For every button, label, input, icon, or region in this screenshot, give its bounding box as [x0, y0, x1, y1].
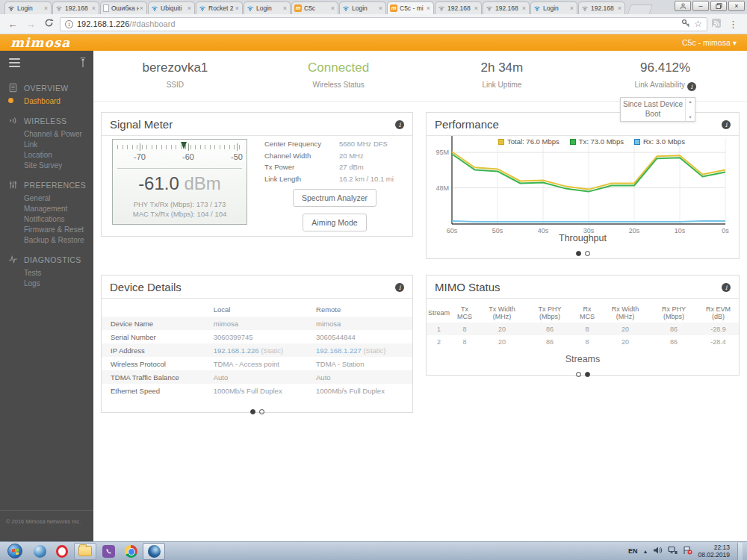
dropdown-scroll-rail[interactable]: ▲ ▼ [685, 98, 695, 121]
tab-close-icon[interactable]: × [43, 4, 49, 12]
password-key-icon[interactable] [681, 17, 690, 31]
dot-inactive[interactable] [576, 372, 581, 377]
streams-label: Streams [427, 354, 739, 364]
tray-expand-icon[interactable]: ▲ [643, 549, 648, 554]
browser-tab[interactable]: Login× [4, 1, 52, 14]
wifi-favicon [486, 4, 493, 12]
profile-button[interactable] [675, 1, 691, 11]
sidebar-item-site-survey[interactable]: Site Survey [0, 160, 93, 170]
taskbar-app-active[interactable] [143, 543, 165, 560]
dot-active[interactable] [585, 372, 590, 377]
close-button[interactable]: × [728, 1, 745, 11]
browser-toolbar: ← → i 192.168.1.226/#dashboard ☆ ⋮ [0, 14, 747, 34]
sidebar-item-channel-power[interactable]: Channel & Power [0, 128, 93, 139]
availability-period-dropdown[interactable]: Since Last Device Boot ▲ ▼ [620, 97, 695, 122]
tab-close-icon[interactable]: × [521, 4, 527, 12]
pagination-dots[interactable] [427, 246, 739, 260]
scroll-up-icon[interactable]: ▲ [688, 99, 692, 104]
info-icon[interactable]: i [395, 120, 404, 129]
browser-tab[interactable]: Rocket 2× [196, 1, 243, 14]
action-center-flag-icon[interactable] [683, 544, 692, 558]
sidebar-item-general[interactable]: General [0, 193, 93, 203]
sidebar-item-tests[interactable]: Tests [0, 267, 93, 278]
nav-section-wireless[interactable]: WIRELESS [0, 113, 93, 128]
tab-close-icon[interactable]: × [139, 4, 144, 12]
hamburger-menu-icon[interactable] [9, 58, 20, 69]
nav-section-diagnostics[interactable]: DIAGNOSTICS [0, 252, 93, 267]
dot-inactive[interactable] [259, 409, 264, 414]
language-indicator[interactable]: EN [628, 547, 638, 555]
browser-tab[interactable]: 192.168× [578, 1, 625, 14]
tab-close-icon[interactable]: × [617, 4, 622, 12]
aiming-mode-button[interactable]: Aiming Mode [303, 214, 366, 231]
throughput-chart: 95M48M60s50s40s30s20s10s0s [430, 135, 731, 239]
taskbar-app-browser-sphere[interactable] [28, 543, 51, 560]
sidebar-item-dashboard[interactable]: Dashboard [0, 96, 93, 106]
spectrum-analyzer-button[interactable]: Spectrum Analyzer [293, 189, 376, 207]
browser-tab[interactable]: Login× [339, 1, 386, 14]
page-info-icon[interactable]: i [65, 20, 73, 28]
browser-tab[interactable]: Login× [244, 1, 291, 14]
browser-tab[interactable]: 192.168× [483, 1, 530, 14]
scroll-down-icon[interactable]: ▼ [688, 115, 692, 119]
taskbar-app-chrome[interactable] [120, 543, 142, 560]
tab-close-icon[interactable]: × [426, 4, 431, 12]
bookmark-star-icon[interactable]: ☆ [694, 19, 702, 29]
browser-tab[interactable]: 192.168× [52, 1, 99, 14]
sidebar-item-location[interactable]: Location [0, 149, 93, 160]
gauge-needle [181, 142, 187, 149]
taskbar-app-opera[interactable] [51, 543, 73, 560]
tab-close-icon[interactable]: × [187, 4, 192, 12]
address-bar[interactable]: i 192.168.1.226/#dashboard ☆ [60, 17, 707, 31]
info-icon[interactable]: i [722, 283, 731, 292]
tab-close-icon[interactable]: × [569, 4, 574, 12]
info-icon[interactable]: i [722, 120, 731, 129]
sidebar-item-link[interactable]: Link [0, 139, 93, 149]
minimize-button[interactable]: – [692, 1, 709, 11]
dot-inactive[interactable] [585, 251, 590, 256]
browser-tab[interactable]: Login× [530, 1, 577, 14]
back-button[interactable]: ← [6, 19, 19, 30]
start-button[interactable] [7, 544, 22, 559]
dot-active[interactable] [250, 409, 255, 414]
browser-menu-icon[interactable]: ⋮ [725, 19, 741, 30]
info-icon[interactable]: i [395, 283, 404, 292]
nav-section-preferences[interactable]: PREFERENCES [0, 177, 93, 193]
tab-close-icon[interactable]: × [91, 4, 96, 12]
restore-button[interactable] [710, 1, 727, 11]
pagination-dots[interactable] [102, 405, 412, 418]
tab-close-icon[interactable]: × [474, 4, 479, 12]
info-icon[interactable]: i [687, 82, 696, 91]
new-tab-button[interactable] [627, 4, 654, 14]
forward-button[interactable]: → [24, 19, 37, 30]
url-text[interactable]: 192.168.1.226/#dashboard [77, 19, 678, 28]
sidebar-item-firmware-reset[interactable]: Firmware & Reset [0, 224, 93, 234]
volume-icon[interactable] [653, 544, 663, 558]
refresh-button[interactable] [42, 18, 55, 30]
browser-tab[interactable]: Ошибка нар× [100, 1, 147, 14]
taskbar-app-explorer[interactable] [74, 543, 96, 560]
sidebar-item-management[interactable]: Management [0, 203, 93, 214]
sidebar-item-backup-restore[interactable]: Backup & Restore [0, 234, 93, 245]
tab-close-icon[interactable]: × [235, 4, 240, 12]
browser-tab[interactable]: mC5c - mi× [387, 1, 434, 14]
local-ip-link[interactable]: 192.168.1.226 [214, 346, 259, 355]
remote-ip-link[interactable]: 192.168.1.227 [316, 346, 362, 355]
sidebar-item-logs[interactable]: Logs [0, 278, 93, 288]
taskbar-app-viber[interactable] [97, 543, 120, 560]
browser-tab[interactable]: Ubiquiti× [148, 1, 195, 14]
show-desktop-button[interactable] [737, 543, 743, 560]
extension-rss-icon[interactable] [712, 17, 721, 31]
browser-tab[interactable]: mC5c× [291, 1, 338, 14]
browser-tab[interactable]: 192.168× [435, 1, 482, 14]
pagination-dots[interactable] [427, 367, 739, 381]
tab-close-icon[interactable]: × [330, 4, 335, 12]
tab-close-icon[interactable]: × [282, 4, 288, 12]
sidebar-item-notifications[interactable]: Notifications [0, 214, 93, 224]
taskbar-clock[interactable]: 22:13 08.02.2019 [698, 544, 730, 559]
nav-section-overview[interactable]: OVERVIEW [0, 80, 93, 96]
device-menu[interactable]: C5c - mimosa ▾ [682, 38, 737, 47]
dot-active[interactable] [576, 251, 581, 256]
network-icon[interactable] [668, 544, 678, 558]
tab-close-icon[interactable]: × [378, 4, 383, 12]
